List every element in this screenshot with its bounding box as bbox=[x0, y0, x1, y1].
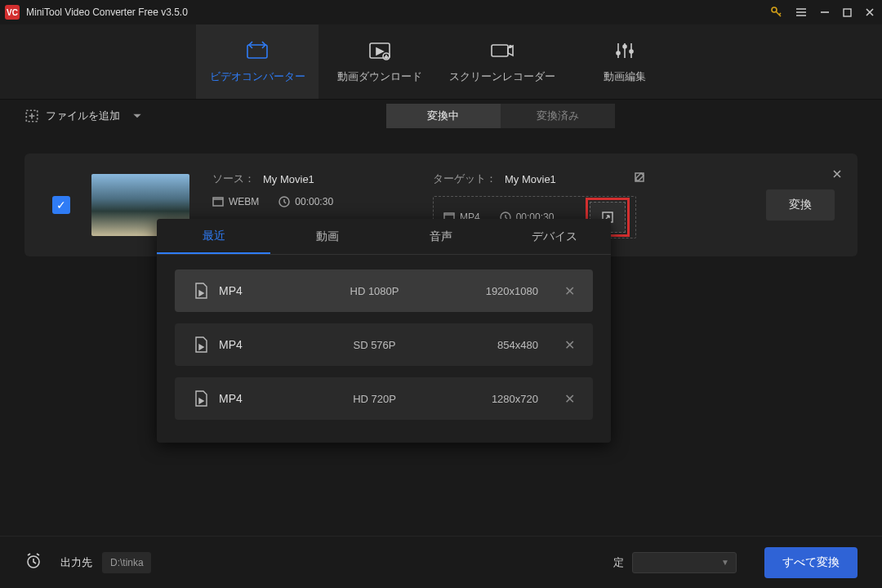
convert-button[interactable]: 変換 bbox=[766, 189, 835, 220]
maximize-icon[interactable] bbox=[842, 7, 853, 18]
alarm-icon[interactable] bbox=[24, 552, 42, 573]
status-toggle: 変換中 変換済み bbox=[386, 104, 615, 128]
format-option[interactable]: MP4 HD 1080P 1920x1080 ✕ bbox=[175, 270, 593, 312]
main-tabs: ビデオコンバーター 動画ダウンロード スクリーンレコーダー 動画編集 bbox=[0, 24, 882, 100]
minimize-icon[interactable] bbox=[819, 7, 831, 18]
source-duration: 00:00:30 bbox=[278, 196, 333, 207]
source-label: ソース： bbox=[212, 172, 255, 186]
key-icon[interactable] bbox=[770, 6, 783, 19]
format-option[interactable]: MP4 SD 576P 854x480 ✕ bbox=[175, 323, 593, 366]
app-logo: VC bbox=[5, 5, 20, 20]
popup-tab-device[interactable]: デバイス bbox=[497, 219, 611, 254]
edit-icon[interactable] bbox=[634, 172, 645, 186]
menu-icon[interactable] bbox=[795, 6, 808, 19]
output-label: 出力先 bbox=[60, 555, 92, 570]
remove-preset-icon[interactable]: ✕ bbox=[564, 283, 575, 299]
file-icon bbox=[193, 390, 209, 408]
svg-point-6 bbox=[509, 45, 512, 48]
remove-file-icon[interactable] bbox=[831, 168, 843, 183]
file-icon bbox=[193, 282, 209, 300]
popup-tab-video[interactable]: 動画 bbox=[270, 219, 384, 254]
toolbar: ファイルを追加 変換中 変換済み bbox=[0, 100, 882, 132]
source-format: WEBM bbox=[212, 196, 259, 207]
remove-preset-icon[interactable]: ✕ bbox=[564, 337, 575, 353]
footer-select[interactable]: ▼ bbox=[632, 552, 737, 573]
svg-point-7 bbox=[617, 51, 620, 55]
remove-preset-icon[interactable]: ✕ bbox=[564, 391, 575, 407]
file-checkbox[interactable]: ✓ bbox=[52, 196, 70, 214]
popup-tab-audio[interactable]: 音声 bbox=[384, 219, 497, 254]
toggle-converting[interactable]: 変換中 bbox=[386, 104, 501, 128]
file-icon bbox=[193, 336, 209, 354]
svg-rect-1 bbox=[844, 9, 851, 16]
setting-suffix: 定 bbox=[613, 555, 624, 570]
footer: 出力先 D:\tinka 定 ▼ すべて変換 bbox=[0, 536, 882, 588]
tab-screen-recorder[interactable]: スクリーンレコーダー bbox=[441, 24, 564, 99]
convert-all-button[interactable]: すべて変換 bbox=[764, 547, 858, 578]
format-popup: 最近 動画 音声 デバイス MP4 HD 1080P 1920x1080 ✕ M… bbox=[157, 219, 611, 443]
target-label: ターゲット： bbox=[433, 172, 497, 186]
format-option[interactable]: MP4 HD 720P 1280x720 ✕ bbox=[175, 377, 593, 420]
tab-video-converter[interactable]: ビデオコンバーター bbox=[196, 24, 318, 99]
app-title: MiniTool Video Converter Free v3.5.0 bbox=[26, 7, 770, 18]
source-name: My Movie1 bbox=[263, 173, 314, 185]
target-name: My Movie1 bbox=[505, 173, 556, 185]
svg-point-8 bbox=[623, 45, 626, 48]
svg-rect-5 bbox=[492, 45, 508, 56]
titlebar: VC MiniTool Video Converter Free v3.5.0 bbox=[0, 0, 882, 24]
close-icon[interactable] bbox=[864, 7, 875, 18]
add-file-button[interactable]: ファイルを追加 bbox=[24, 109, 143, 123]
output-path[interactable]: D:\tinka bbox=[102, 552, 151, 573]
svg-point-9 bbox=[630, 50, 633, 53]
toggle-converted[interactable]: 変換済み bbox=[501, 104, 615, 128]
popup-tab-recent[interactable]: 最近 bbox=[157, 219, 270, 254]
tab-video-download[interactable]: 動画ダウンロード bbox=[318, 24, 441, 99]
tab-video-edit[interactable]: 動画編集 bbox=[564, 24, 686, 99]
